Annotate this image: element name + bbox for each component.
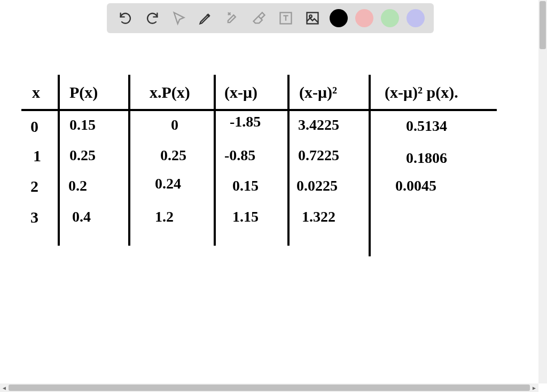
col-header-xmu2: (x-μ)² <box>299 83 337 101</box>
col-header-xmu2px: (x-μ)² p(x). <box>385 83 458 101</box>
cell-r0-xmu2: 3.4225 <box>298 116 339 134</box>
table-vrule-2 <box>128 75 130 246</box>
cell-r2-x: 2 <box>30 177 38 195</box>
scroll-right-arrow-icon[interactable]: ► <box>530 383 538 392</box>
whiteboard-app: x P(x) x.P(x) (x-μ) (x-μ)² (x-μ)² p(x). … <box>0 0 547 392</box>
table-vrule-5 <box>369 75 371 256</box>
color-green[interactable] <box>381 9 399 27</box>
cell-r1-xmu2px: 0.1806 <box>406 150 447 167</box>
col-header-xpx: x.P(x) <box>150 83 190 101</box>
cell-r0-xmu2px: 0.5134 <box>406 117 447 135</box>
cell-r3-px: 0.4 <box>72 208 91 225</box>
svg-rect-1 <box>307 13 318 24</box>
cell-r0-x: 0 <box>30 117 38 136</box>
pointer-icon[interactable] <box>169 9 189 28</box>
cell-r0-xpx: 0 <box>171 116 178 134</box>
table-vrule-4 <box>287 75 290 246</box>
vertical-scrollbar[interactable] <box>538 0 547 383</box>
horizontal-scrollbar[interactable]: ◄ ► <box>0 383 538 392</box>
cell-r3-xmu2: 1.322 <box>302 208 335 225</box>
tools-icon[interactable] <box>223 9 242 28</box>
cell-r1-px: 0.25 <box>69 147 96 164</box>
cell-r2-px: 0.2 <box>68 177 87 194</box>
redo-icon[interactable] <box>143 9 162 28</box>
pen-icon[interactable] <box>196 9 215 28</box>
table-hrule <box>21 109 497 111</box>
color-black[interactable] <box>330 9 348 27</box>
cell-r1-xpx: 0.25 <box>160 147 186 164</box>
ink-canvas[interactable]: x P(x) x.P(x) (x-μ) (x-μ)² (x-μ)² p(x). … <box>0 37 538 383</box>
horizontal-scroll-thumb[interactable] <box>9 385 530 391</box>
col-header-xmu: (x-μ) <box>224 83 257 101</box>
cell-r3-xpx: 1.2 <box>155 208 174 225</box>
cell-r0-px: 0.15 <box>69 116 96 134</box>
col-header-px: P(x) <box>69 83 98 101</box>
cell-r3-xmu: 1.15 <box>232 208 259 225</box>
svg-point-2 <box>309 15 312 18</box>
eraser-icon[interactable] <box>249 9 269 28</box>
cell-r0-xmu: -1.85 <box>230 113 261 130</box>
cell-r2-xpx: 0.24 <box>155 175 181 192</box>
vertical-scroll-thumb[interactable] <box>540 1 546 49</box>
cell-r2-xmu2px: 0.0045 <box>395 177 436 194</box>
cell-r3-x: 3 <box>30 208 38 226</box>
table-vrule-1 <box>58 75 60 246</box>
drawing-toolbar <box>107 3 434 33</box>
image-icon[interactable] <box>303 9 322 28</box>
cell-r1-xmu: -0.85 <box>224 147 255 164</box>
text-icon[interactable] <box>276 9 295 28</box>
color-purple[interactable] <box>407 9 425 27</box>
cell-r2-xmu2: 0.0225 <box>296 177 338 194</box>
cell-r1-x: 1 <box>33 147 41 165</box>
table-vrule-3 <box>214 75 216 246</box>
undo-icon[interactable] <box>116 9 135 28</box>
cell-r1-xmu2: 0.7225 <box>298 147 339 164</box>
cell-r2-xmu: 0.15 <box>232 177 259 194</box>
scroll-left-arrow-icon[interactable]: ◄ <box>0 383 9 392</box>
color-pink[interactable] <box>355 9 373 27</box>
col-header-x: x <box>32 83 40 101</box>
